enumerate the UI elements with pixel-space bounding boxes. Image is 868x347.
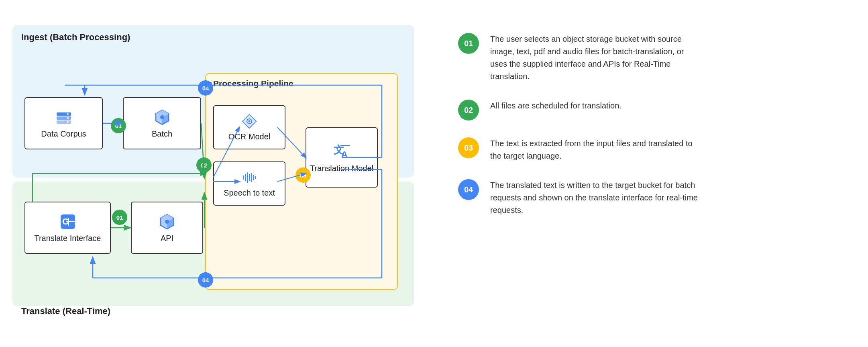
legend-text-02: All files are scheduled for translation. xyxy=(490,100,621,112)
api-icon xyxy=(158,213,176,231)
svg-rect-25 xyxy=(245,174,246,181)
svg-point-19 xyxy=(165,220,169,224)
api-label: API xyxy=(161,234,173,243)
legend-item-3: 03 The text is extracted from the input … xyxy=(458,137,856,162)
svg-rect-29 xyxy=(253,175,254,180)
svg-point-3 xyxy=(67,113,69,115)
svg-point-23 xyxy=(249,120,251,122)
architecture-diagram: Processing Pipeline Ingest (Batch Proces… xyxy=(12,25,434,322)
diagram-badge-03: 03 xyxy=(295,167,311,183)
ocr-icon xyxy=(242,114,257,129)
diagram-badge-01-translate: 01 xyxy=(112,210,127,225)
speech-icon xyxy=(242,170,257,185)
translate-interface-label: Translate Interface xyxy=(34,234,101,243)
legend-item-2: 02 All files are scheduled for translati… xyxy=(458,100,856,120)
ingest-label: Ingest (Batch Processing) xyxy=(21,32,130,43)
svg-rect-2 xyxy=(57,120,71,124)
diagram-badge-01-batch: 01 xyxy=(111,118,126,133)
diagram-badge-04-bottom: 04 xyxy=(198,272,213,288)
translate-interface-icon: G xyxy=(59,213,77,231)
svg-rect-28 xyxy=(251,173,252,182)
speech-to-text-box: Speech to text xyxy=(213,161,285,206)
translation-model-box: 文 A Translation Model xyxy=(306,127,378,188)
data-corpus-icon xyxy=(55,108,73,126)
batch-icon xyxy=(153,108,171,126)
legend-text-01: The user selects an object storage bucke… xyxy=(490,33,699,83)
diagram-badge-04-top: 04 xyxy=(198,80,213,96)
legend-text-04: The translated text is written to the ta… xyxy=(490,179,699,216)
diagram-badge-02: 02 xyxy=(196,157,212,173)
legend-item-4: 04 The translated text is written to the… xyxy=(458,179,856,216)
legend-badge-03: 03 xyxy=(458,137,479,158)
data-corpus-label: Data Corpus xyxy=(41,129,86,139)
svg-point-5 xyxy=(67,121,69,123)
legend-text-03: The text is extracted from the input fil… xyxy=(490,137,699,162)
translation-icon: 文 A xyxy=(332,142,351,161)
ocr-label: OCR Model xyxy=(228,132,270,141)
translate-label: Translate (Real-Time) xyxy=(21,306,110,316)
pipeline-label: Processing Pipeline xyxy=(213,79,293,88)
svg-point-10 xyxy=(160,115,164,119)
svg-text:A: A xyxy=(341,149,348,159)
legend-badge-04: 04 xyxy=(458,179,479,200)
svg-rect-30 xyxy=(255,176,256,179)
svg-rect-27 xyxy=(249,174,250,181)
main-container: Processing Pipeline Ingest (Batch Proces… xyxy=(12,17,856,330)
svg-rect-0 xyxy=(57,112,71,116)
legend: 01 The user selects an object storage bu… xyxy=(458,25,856,216)
translation-model-label: Translation Model xyxy=(310,164,373,173)
batch-label: Batch xyxy=(152,129,172,139)
translate-interface-box: G Translate Interface xyxy=(24,202,111,254)
legend-badge-01: 01 xyxy=(458,33,479,54)
api-box: API xyxy=(131,202,203,254)
svg-rect-24 xyxy=(243,176,244,180)
legend-item-1: 01 The user selects an object storage bu… xyxy=(458,33,856,83)
data-corpus-box: Data Corpus xyxy=(24,97,103,149)
svg-rect-26 xyxy=(247,172,248,183)
svg-point-4 xyxy=(67,117,69,119)
legend-badge-02: 02 xyxy=(458,100,479,120)
batch-box: Batch xyxy=(123,97,201,149)
svg-rect-1 xyxy=(57,116,71,120)
ocr-model-box: OCR Model xyxy=(213,105,285,149)
speech-label: Speech to text xyxy=(224,188,275,198)
